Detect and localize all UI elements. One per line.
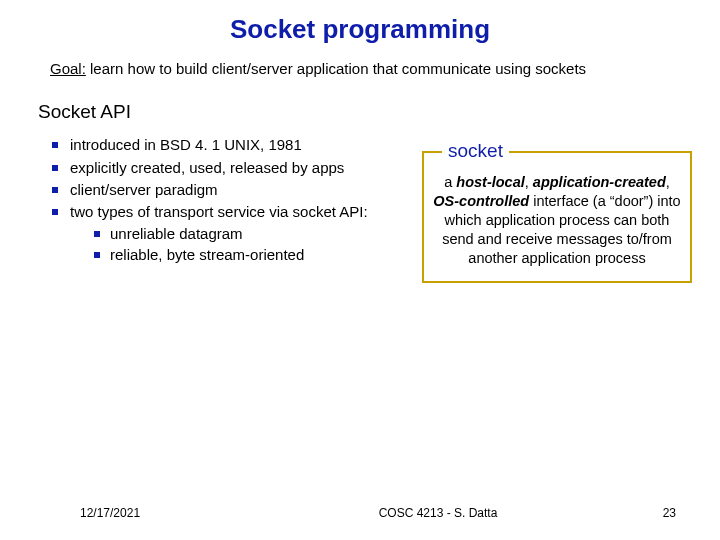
socket-text-em: OS-controlled bbox=[433, 193, 529, 209]
list-item: introduced in BSD 4. 1 UNIX, 1981 bbox=[48, 135, 408, 155]
socket-text-frag: , bbox=[525, 174, 533, 190]
bullet-list: introduced in BSD 4. 1 UNIX, 1981 explic… bbox=[38, 135, 408, 265]
right-column: socket a host-local, application-created… bbox=[422, 135, 692, 283]
socket-legend: socket bbox=[442, 140, 509, 162]
socket-text-em: host-local bbox=[456, 174, 524, 190]
socket-definition-text: a host-local, application-created, OS-co… bbox=[432, 173, 682, 267]
slide-footer: 12/17/2021 COSC 4213 - S. Datta 23 bbox=[0, 506, 720, 520]
list-item: explicitly created, used, released by ap… bbox=[48, 158, 408, 178]
footer-date: 12/17/2021 bbox=[80, 506, 260, 520]
left-column: introduced in BSD 4. 1 UNIX, 1981 explic… bbox=[38, 135, 408, 283]
sub-bullet-list: unreliable datagram reliable, byte strea… bbox=[70, 224, 408, 265]
list-item-text: two types of transport service via socke… bbox=[70, 203, 368, 220]
socket-text-frag: a bbox=[444, 174, 456, 190]
slide-title: Socket programming bbox=[0, 0, 720, 59]
socket-definition-box: socket a host-local, application-created… bbox=[422, 151, 692, 283]
socket-text-em: application-created bbox=[533, 174, 666, 190]
socket-text-frag: , bbox=[666, 174, 670, 190]
list-item: two types of transport service via socke… bbox=[48, 202, 408, 265]
list-item: reliable, byte stream-oriented bbox=[90, 245, 408, 265]
content-row: introduced in BSD 4. 1 UNIX, 1981 explic… bbox=[0, 131, 720, 283]
goal-label: Goal: bbox=[50, 60, 86, 77]
goal-paragraph: Goal: learn how to build client/server a… bbox=[0, 59, 720, 79]
footer-page-number: 23 bbox=[616, 506, 676, 520]
goal-text: learn how to build client/server applica… bbox=[86, 60, 586, 77]
footer-center: COSC 4213 - S. Datta bbox=[260, 506, 616, 520]
section-heading: Socket API bbox=[0, 79, 720, 131]
list-item: client/server paradigm bbox=[48, 180, 408, 200]
list-item: unreliable datagram bbox=[90, 224, 408, 244]
